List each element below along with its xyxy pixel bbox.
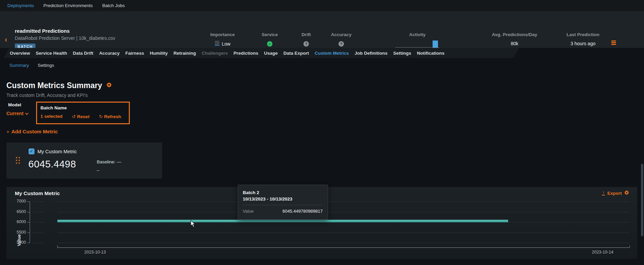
metric-baseline-label: Baseline: — xyxy=(97,159,121,165)
tooltip-value-label: Value xyxy=(243,209,254,214)
importance-value: Low xyxy=(202,41,243,47)
gridline-stub xyxy=(33,233,44,233)
tooltip-date-range: 10/13/2023 - 10/13/2023 xyxy=(243,196,323,202)
tooltip-value: 6045.449780989817 xyxy=(283,209,323,214)
x-tick-label: 2023-10-13 xyxy=(75,250,115,255)
refresh-icon: ↻ xyxy=(99,114,103,119)
service-ok-icon[interactable]: ✓ xyxy=(267,41,272,47)
tab-settings[interactable]: Settings xyxy=(393,51,411,56)
y-tick xyxy=(27,212,30,212)
metric-bar-series[interactable] xyxy=(57,220,508,222)
nav-item-prediction-environments[interactable]: Prediction Environments xyxy=(43,3,93,8)
last-prediction-value: 3 hours ago xyxy=(556,41,610,46)
tab-job-definitions[interactable]: Job Definitions xyxy=(355,51,388,56)
y-tick xyxy=(27,202,30,202)
service-status: ✓ xyxy=(253,41,287,47)
nav-item-batch-jobs[interactable]: Batch Jobs xyxy=(102,3,125,8)
deployment-subtitle: DataRobot Prediction Server | 10k_diabet… xyxy=(15,35,115,41)
last-prediction-label: Last Prediction xyxy=(556,32,610,37)
model-select[interactable]: Current xyxy=(6,111,28,116)
batch-refresh-button[interactable]: ↻Refresh xyxy=(99,114,121,119)
tab-service-health[interactable]: Service Health xyxy=(36,51,67,56)
tooltip-value-row: Value 6045.449780989817 xyxy=(243,209,323,214)
y-tick xyxy=(27,243,30,243)
batch-reset-button[interactable]: ↺Reset xyxy=(72,114,89,119)
tab-data-drift[interactable]: Data Drift xyxy=(73,51,93,56)
gridline-stub xyxy=(33,212,44,212)
subtab-summary[interactable]: Summary xyxy=(9,63,29,68)
activity-sparkline-bar[interactable] xyxy=(433,41,438,48)
metric-checkbox[interactable]: ✓ xyxy=(29,149,34,154)
tab-data-export[interactable]: Data Export xyxy=(284,51,309,56)
metric-baseline-sub: _ xyxy=(97,165,121,171)
gridline-stub xyxy=(33,202,44,202)
x-tick-label: 2023-10-14 xyxy=(582,250,623,255)
gridline xyxy=(57,243,630,243)
x-axis xyxy=(57,247,630,248)
drift-status: ? xyxy=(289,41,323,47)
page-title: Custom Metrics Summary xyxy=(6,81,102,90)
gridline xyxy=(57,202,630,202)
deployment-title-block: readmitted Predictions DataRobot Predict… xyxy=(15,28,115,49)
importance-label: Importance xyxy=(202,32,243,37)
importance-bars-icon xyxy=(215,41,219,46)
tab-notifications[interactable]: Notifications xyxy=(417,51,444,56)
tab-accuracy[interactable]: Accuracy xyxy=(99,51,120,56)
metric-baseline: Baseline: — _ xyxy=(97,159,121,171)
tab-humility[interactable]: Humility xyxy=(150,51,168,56)
tab-custom-metrics[interactable]: Custom Metrics xyxy=(315,51,349,56)
accuracy-status: ? xyxy=(324,41,358,47)
plus-icon: + xyxy=(6,129,9,134)
y-tick xyxy=(27,233,30,233)
y-tick xyxy=(27,222,30,222)
metric-name: My Custom Metric xyxy=(37,149,77,154)
gridline-stub xyxy=(33,222,44,222)
vertical-scrollbar[interactable] xyxy=(641,164,643,236)
tab-usage[interactable]: Usage xyxy=(264,51,278,56)
page-settings-gear-icon[interactable] xyxy=(106,82,112,89)
top-nav: Deployments Prediction Environments Batc… xyxy=(0,0,644,11)
accuracy-unknown-icon[interactable]: ? xyxy=(339,41,344,47)
x-axis-end-tick xyxy=(57,245,58,247)
gridline-stub xyxy=(33,243,44,243)
deployment-tabs: Overview Service Health Data Drift Accur… xyxy=(3,48,519,58)
chart-tooltip: Batch 2 10/13/2023 - 10/13/2023 Value 60… xyxy=(238,185,328,220)
drag-handle-icon[interactable] xyxy=(16,157,20,164)
y-tick-label: 6000 xyxy=(11,219,26,224)
nav-item-deployments[interactable]: Deployments xyxy=(7,3,34,8)
add-custom-metric-button[interactable]: +Add Custom Metric xyxy=(6,129,58,134)
subtab-settings[interactable]: Settings xyxy=(38,63,54,68)
batch-selected-dropdown[interactable]: 1 selected xyxy=(40,114,62,119)
avg-predictions-label: Avg. Predictions/Day xyxy=(488,32,541,37)
drift-label: Drift xyxy=(289,32,323,37)
avg-predictions-value: 80k xyxy=(488,41,541,46)
tab-fairness[interactable]: Fairness xyxy=(125,51,144,56)
y-tick-label: 7000 xyxy=(11,199,26,204)
drift-unknown-icon[interactable]: ? xyxy=(303,41,309,47)
page-subtitle: Track custom Drift, Accuracy and KPI's xyxy=(6,92,88,98)
deployment-menu-icon[interactable] xyxy=(611,41,616,46)
model-filter-label: Model xyxy=(8,102,28,107)
reset-icon: ↺ xyxy=(72,114,76,119)
y-tick-label: 5000 xyxy=(11,240,26,245)
gridline xyxy=(57,212,630,212)
y-tick-label: 6500 xyxy=(11,209,26,214)
metric-value: 6045.4498 xyxy=(28,159,76,170)
tooltip-batch-name: Batch 2 xyxy=(243,189,323,196)
tab-predictions[interactable]: Predictions xyxy=(234,51,259,56)
model-filter: Model Current xyxy=(6,102,28,116)
tab-overview[interactable]: Overview xyxy=(10,51,30,56)
back-icon[interactable]: ‹ xyxy=(5,36,7,44)
custom-metrics-subtabs: Summary Settings xyxy=(9,63,54,68)
activity-label: Activity xyxy=(397,32,438,37)
batch-name-filter: Batch Name 1 selected ↺Reset ↻Refresh xyxy=(36,102,130,124)
service-label: Service xyxy=(253,32,287,37)
batch-filter-label: Batch Name xyxy=(40,105,125,110)
tab-retraining[interactable]: Retraining xyxy=(173,51,196,56)
y-tick-label: 5500 xyxy=(11,230,26,235)
gridline xyxy=(57,233,630,233)
deployment-header: ‹ readmitted Predictions DataRobot Predi… xyxy=(0,11,644,48)
tooltip-divider xyxy=(243,205,323,205)
chevron-down-icon xyxy=(25,112,28,115)
x-axis-end-tick xyxy=(630,245,630,247)
